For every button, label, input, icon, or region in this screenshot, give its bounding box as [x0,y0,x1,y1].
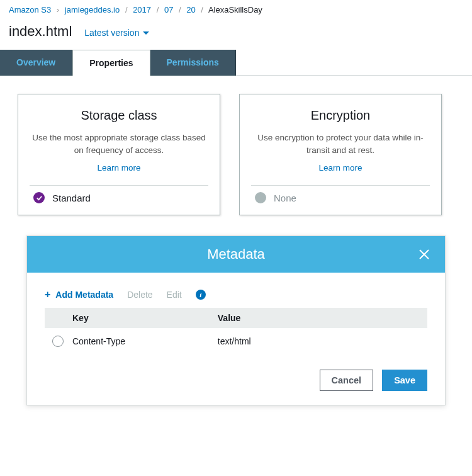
breadcrumb-current: AlexaSkillsDay [208,5,262,14]
metadata-key: Content-Type [72,336,218,346]
storage-class-card[interactable]: Storage class Use the most appropriate s… [18,94,220,215]
column-key: Key [52,313,218,323]
version-dropdown[interactable]: Latest version [84,28,149,38]
add-metadata-label: Add Metadata [55,290,113,300]
card-description: Use encryption to protect your data whil… [254,132,427,156]
breadcrumb-separator: / [179,5,181,14]
divider [30,185,208,186]
encryption-card[interactable]: Encryption Use encryption to protect you… [239,94,442,215]
metadata-panel: Metadata + Add Metadata Delete Edit i Ke… [26,235,446,405]
breadcrumb-separator: / [125,5,128,14]
metadata-toolbar: + Add Metadata Delete Edit i [45,289,427,300]
breadcrumb-separator: / [157,5,159,14]
tabs: Overview Properties Permissions [0,50,472,76]
storage-class-value: Standard [52,193,91,203]
breadcrumb-item[interactable]: jamiegeddes.io [65,5,120,14]
metadata-table: Key Value Content-Type text/html [45,308,427,354]
metadata-body: + Add Metadata Delete Edit i Key Value C… [27,273,445,367]
cancel-button[interactable]: Cancel [320,370,374,391]
metadata-value: text/html [218,336,420,346]
info-icon[interactable]: i [196,290,206,300]
card-description: Use the most appropriate storage class b… [32,132,206,156]
plus-icon: + [45,289,50,300]
metadata-actions: Cancel Save [27,367,445,405]
caret-down-icon [143,31,149,35]
breadcrumb-item[interactable]: 07 [164,5,173,14]
close-icon [417,247,431,261]
close-button[interactable] [417,247,431,261]
radio-icon[interactable] [52,336,64,347]
tab-permissions[interactable]: Permissions [150,50,236,76]
encryption-value: None [274,193,296,203]
metadata-row[interactable]: Content-Type text/html [45,328,427,354]
row-select[interactable] [52,336,72,347]
card-title: Encryption [254,108,427,123]
learn-more-link[interactable]: Learn more [318,163,362,173]
card-status-row: None [254,192,427,206]
learn-more-link[interactable]: Learn more [97,163,140,173]
tab-overview[interactable]: Overview [0,50,72,76]
add-metadata-button[interactable]: + Add Metadata [45,289,113,300]
breadcrumb-item[interactable]: 2017 [133,5,151,14]
chevron-right-icon: › [57,5,59,14]
breadcrumb-item[interactable]: 20 [186,5,195,14]
card-status-row: Standard [32,192,206,206]
column-value: Value [218,313,420,323]
delete-metadata-button: Delete [127,290,152,300]
metadata-title: Metadata [55,246,417,263]
file-header: index.html Latest version [0,20,472,47]
divider [251,185,430,186]
breadcrumb-item[interactable]: Amazon S3 [9,5,51,14]
edit-metadata-button: Edit [167,290,182,300]
tab-properties[interactable]: Properties [72,50,150,76]
breadcrumb-separator: / [201,5,203,14]
file-name: index.html [9,23,72,40]
version-label: Latest version [84,28,139,38]
status-dot-icon [255,192,266,203]
breadcrumb: Amazon S3 › jamiegeddes.io / 2017 / 07 /… [0,0,472,20]
metadata-table-header: Key Value [45,308,427,328]
metadata-header: Metadata [27,236,445,273]
card-title: Storage class [32,108,206,123]
save-button[interactable]: Save [382,370,427,391]
check-icon [33,192,45,203]
properties-cards: Storage class Use the most appropriate s… [0,76,472,224]
